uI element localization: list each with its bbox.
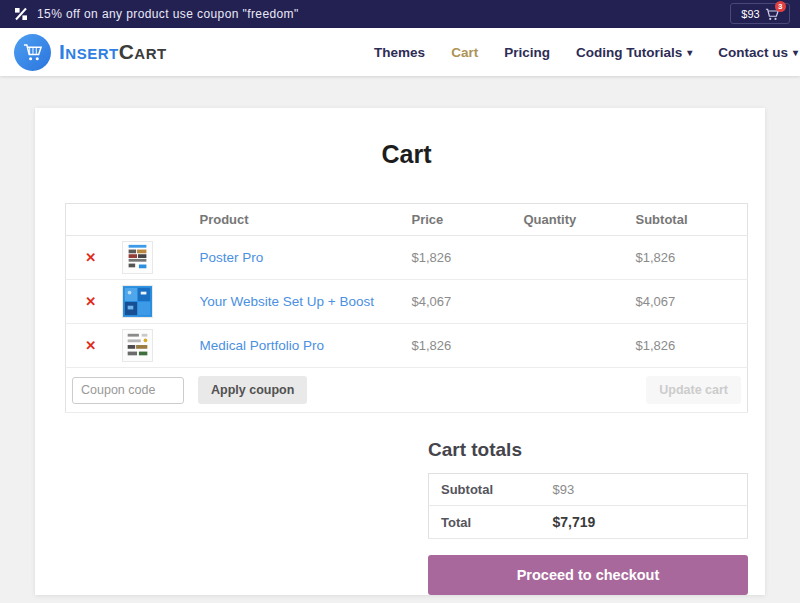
column-product: Product — [194, 204, 406, 236]
item-price: $4,067 — [412, 294, 452, 309]
table-row: ✕ Poster Pro — [66, 236, 748, 280]
product-link[interactable]: Your Website Set Up + Boost — [200, 294, 374, 309]
total-row: Total $7,719 — [429, 506, 748, 539]
cart-count-badge: 3 — [775, 1, 786, 12]
table-row: ✕ Medical Portfolio Pro $1,8 — [66, 324, 748, 368]
logo-cart-icon — [14, 34, 51, 71]
nav-themes[interactable]: Themes — [374, 45, 425, 60]
product-thumbnail[interactable] — [122, 329, 188, 362]
column-quantity: Quantity — [518, 204, 630, 236]
column-subtotal: Subtotal — [630, 204, 748, 236]
update-cart-button[interactable]: Update cart — [646, 376, 741, 404]
cart-totals-title: Cart totals — [428, 439, 748, 461]
chevron-down-icon: ▾ — [687, 47, 692, 58]
chevron-down-icon: ▾ — [793, 47, 798, 58]
product-link[interactable]: Medical Portfolio Pro — [200, 338, 325, 353]
apply-coupon-button[interactable]: Apply coupon — [198, 376, 307, 404]
item-subtotal: $4,067 — [636, 294, 676, 309]
total-value: $7,719 — [553, 514, 596, 530]
main-nav: Themes Cart Pricing Coding Tutorials▾ Co… — [374, 45, 800, 60]
promo-bar: 15% off on any product use coupon "freed… — [0, 0, 800, 28]
product-thumbnail[interactable] — [122, 241, 188, 274]
item-subtotal: $1,826 — [636, 338, 676, 353]
brand-name: InsertCart — [59, 40, 167, 64]
discount-percent-icon — [14, 7, 28, 21]
total-label: Total — [429, 506, 541, 539]
brand-logo[interactable]: InsertCart — [14, 34, 167, 71]
page-title: Cart — [65, 140, 748, 169]
cart-total-amount: $93 — [741, 8, 759, 20]
subtotal-row: Subtotal $93 — [429, 474, 748, 506]
item-price: $1,826 — [412, 250, 452, 265]
subtotal-value: $93 — [553, 482, 575, 497]
remove-item-icon[interactable]: ✕ — [72, 294, 110, 309]
nav-pricing[interactable]: Pricing — [504, 45, 550, 60]
cart-page-card: Cart Product Price Quantity Subtotal ✕ — [35, 108, 765, 595]
product-link[interactable]: Poster Pro — [200, 250, 264, 265]
product-thumbnail[interactable] — [122, 285, 188, 318]
column-price: Price — [406, 204, 518, 236]
cart-totals-section: Cart totals Subtotal $93 Total $7,719 Pr… — [428, 439, 748, 595]
cart-table: Product Price Quantity Subtotal ✕ — [65, 203, 748, 413]
coupon-row: Apply coupon Update cart — [66, 368, 748, 413]
site-header: InsertCart Themes Cart Pricing Coding Tu… — [0, 28, 800, 76]
proceed-to-checkout-button[interactable]: Proceed to checkout — [428, 555, 748, 595]
nav-coding-tutorials[interactable]: Coding Tutorials▾ — [576, 45, 692, 60]
nav-cart[interactable]: Cart — [451, 45, 478, 60]
table-row: ✕ Your — [66, 280, 748, 324]
remove-item-icon[interactable]: ✕ — [72, 250, 110, 265]
cart-table-header-row: Product Price Quantity Subtotal — [66, 204, 748, 236]
item-subtotal: $1,826 — [636, 250, 676, 265]
item-price: $1,826 — [412, 338, 452, 353]
remove-item-icon[interactable]: ✕ — [72, 338, 110, 353]
promo-text: 15% off on any product use coupon "freed… — [37, 7, 299, 21]
cart-totals-table: Subtotal $93 Total $7,719 — [428, 473, 748, 539]
topbar-cart-button[interactable]: $93 3 — [730, 3, 790, 24]
subtotal-label: Subtotal — [429, 474, 541, 506]
coupon-code-input[interactable] — [72, 377, 184, 404]
nav-contact-us[interactable]: Contact us▾ — [718, 45, 798, 60]
